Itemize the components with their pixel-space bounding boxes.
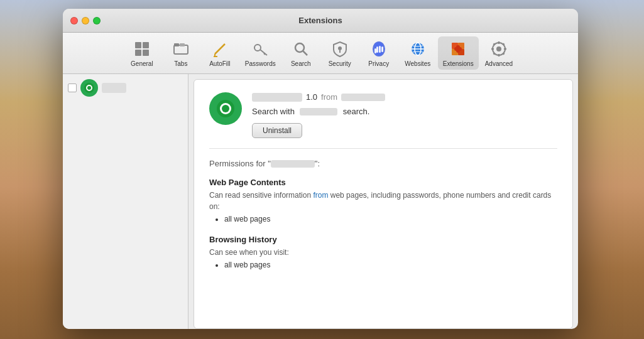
browsing-desc: Can see when you visit: [209, 247, 557, 258]
ext-search-suffix: search. [343, 107, 370, 116]
permissions-name-redacted [271, 160, 315, 168]
ext-big-icon [209, 92, 242, 125]
svg-rect-36 [491, 48, 494, 50]
advanced-icon [489, 39, 509, 59]
autofill-label: AutoFill [209, 60, 230, 67]
svg-point-44 [87, 86, 91, 90]
toolbar-item-privacy[interactable]: Privacy [360, 36, 398, 70]
security-icon [330, 39, 350, 59]
ext-info: 1.0 from Search with search. Uninstall [252, 92, 557, 138]
websites-label: Websites [405, 60, 430, 67]
ext-desc-line: Search with search. [252, 105, 557, 117]
general-icon [132, 39, 152, 59]
toolbar-item-extensions[interactable]: Extensions [438, 36, 479, 70]
sidebar-ext-icon [80, 79, 98, 97]
svg-rect-20 [379, 46, 381, 53]
window: Extensions General T [63, 9, 578, 329]
svg-line-15 [303, 51, 307, 56]
minimize-button[interactable] [82, 17, 89, 24]
privacy-label: Privacy [368, 60, 389, 67]
ext-source-redacted [341, 94, 385, 101]
maximize-button[interactable] [93, 17, 101, 24]
toolbar-item-general[interactable]: General [123, 36, 161, 70]
security-label: Security [329, 60, 351, 67]
ext-name-redacted [252, 93, 302, 102]
permissions-prefix: Permissions for " [209, 159, 271, 168]
browsing-list: all web pages [209, 261, 557, 269]
toolbar: General Tabs AutoFill [63, 33, 578, 74]
tabs-icon [171, 39, 191, 59]
web-page-desc: Can read sensitive information from web … [209, 190, 557, 212]
main-content: 1.0 from Search with search. Uninstall P… [63, 74, 578, 329]
svg-rect-22 [374, 48, 376, 53]
search-label: Search [291, 60, 311, 67]
web-page-from-link[interactable]: from [313, 191, 328, 200]
svg-rect-5 [174, 43, 179, 46]
svg-line-12 [260, 50, 267, 55]
svg-point-47 [222, 105, 229, 112]
close-button[interactable] [70, 17, 78, 24]
sidebar-extension-row [68, 79, 183, 97]
svg-rect-4 [174, 45, 188, 54]
ext-meta: 1.0 from [252, 92, 557, 102]
svg-rect-37 [504, 48, 506, 50]
svg-rect-1 [143, 42, 149, 48]
permissions-label-row: Permissions for "": [209, 158, 557, 169]
websites-icon [408, 39, 428, 59]
svg-rect-34 [498, 41, 499, 44]
extension-checkbox[interactable] [68, 83, 77, 92]
tabs-label: Tabs [174, 60, 187, 67]
browsing-item: all web pages [224, 261, 557, 269]
extensions-icon [448, 39, 468, 59]
browsing-permission: Browsing History Can see when you visit:… [209, 235, 557, 269]
titlebar: Extensions [63, 9, 578, 33]
svg-point-14 [295, 43, 304, 52]
svg-point-33 [496, 46, 501, 51]
uninstall-button[interactable]: Uninstall [252, 123, 302, 138]
divider-1 [209, 148, 557, 149]
svg-rect-21 [381, 46, 383, 52]
web-page-desc-pre: Can read sensitive information [209, 191, 313, 200]
web-page-list: all web pages [209, 215, 557, 223]
svg-rect-3 [143, 50, 149, 56]
toolbar-item-advanced[interactable]: Advanced [480, 36, 518, 70]
svg-rect-31 [454, 47, 462, 51]
svg-rect-6 [180, 43, 185, 46]
permissions-suffix: ": [315, 159, 320, 168]
search-icon [291, 39, 311, 59]
svg-rect-19 [376, 46, 378, 53]
window-title: Extensions [298, 16, 342, 25]
toolbar-item-search[interactable]: Search [282, 36, 320, 70]
ext-version: 1.0 [306, 92, 317, 102]
sidebar [63, 74, 188, 329]
web-page-title: Web Page Contents [209, 178, 557, 187]
ext-search-with: Search with [252, 107, 295, 116]
svg-point-11 [254, 45, 261, 51]
advanced-label: Advanced [485, 60, 513, 67]
toolbar-item-autofill[interactable]: AutoFill [201, 36, 239, 70]
svg-rect-2 [135, 50, 141, 56]
autofill-icon [210, 39, 230, 59]
svg-line-13 [264, 53, 265, 55]
ext-header: 1.0 from Search with search. Uninstall [209, 92, 557, 138]
toolbar-item-passwords[interactable]: Passwords [240, 36, 281, 70]
general-label: General [131, 60, 153, 67]
ext-from: from [321, 92, 337, 102]
privacy-icon [369, 39, 389, 59]
detail-panel: 1.0 from Search with search. Uninstall P… [194, 79, 573, 329]
svg-rect-35 [498, 54, 499, 56]
svg-point-16 [338, 46, 342, 50]
passwords-label: Passwords [245, 60, 276, 67]
passwords-icon [250, 39, 270, 59]
sidebar-ext-name [102, 83, 126, 93]
toolbar-item-security[interactable]: Security [321, 36, 359, 70]
toolbar-item-websites[interactable]: Websites [399, 36, 437, 70]
titlebar-buttons [70, 17, 101, 24]
web-page-permission: Web Page Contents Can read sensitive inf… [209, 178, 557, 223]
toolbar-item-tabs[interactable]: Tabs [162, 36, 200, 70]
web-page-item: all web pages [224, 215, 557, 223]
browsing-title: Browsing History [209, 235, 557, 244]
svg-line-7 [215, 44, 225, 54]
extensions-label: Extensions [443, 60, 474, 67]
svg-rect-0 [135, 42, 141, 48]
